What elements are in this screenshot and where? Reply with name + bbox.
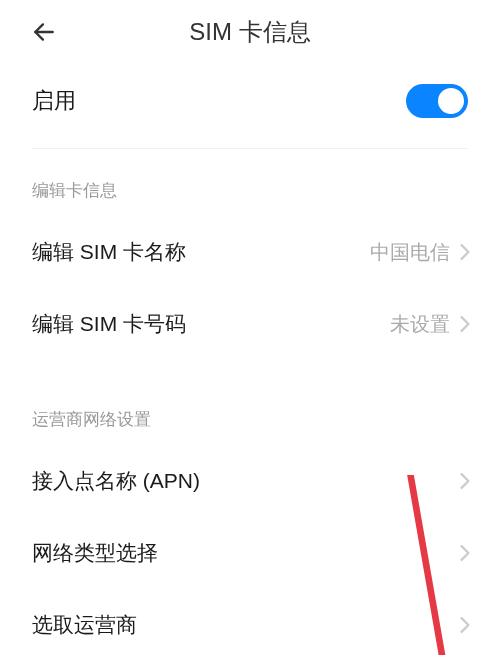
row-right bbox=[458, 546, 472, 560]
select-carrier-row[interactable]: 选取运营商 bbox=[0, 589, 500, 639]
chevron-right-icon bbox=[458, 618, 472, 632]
row-label: 网络类型选择 bbox=[32, 539, 158, 567]
enable-label: 启用 bbox=[32, 86, 76, 116]
row-right bbox=[458, 474, 472, 488]
edit-sim-name-row[interactable]: 编辑 SIM 卡名称 中国电信 bbox=[0, 216, 500, 288]
row-right: 未设置 bbox=[390, 311, 472, 338]
chevron-right-icon bbox=[458, 474, 472, 488]
toggle-knob bbox=[438, 88, 464, 114]
row-label: 选取运营商 bbox=[32, 611, 137, 639]
row-right bbox=[458, 618, 472, 632]
page-title: SIM 卡信息 bbox=[189, 16, 310, 48]
apn-row[interactable]: 接入点名称 (APN) bbox=[0, 445, 500, 517]
network-type-row[interactable]: 网络类型选择 bbox=[0, 517, 500, 589]
row-label: 编辑 SIM 卡号码 bbox=[32, 310, 186, 338]
back-arrow-icon[interactable] bbox=[30, 18, 58, 46]
edit-sim-number-row[interactable]: 编辑 SIM 卡号码 未设置 bbox=[0, 288, 500, 360]
section-header-network: 运营商网络设置 bbox=[0, 360, 500, 445]
section-header-edit: 编辑卡信息 bbox=[0, 149, 500, 216]
enable-toggle[interactable] bbox=[406, 84, 468, 118]
header-bar: SIM 卡信息 bbox=[0, 0, 500, 64]
chevron-right-icon bbox=[458, 245, 472, 259]
chevron-right-icon bbox=[458, 546, 472, 560]
row-value: 中国电信 bbox=[370, 239, 450, 266]
row-value: 未设置 bbox=[390, 311, 450, 338]
chevron-right-icon bbox=[458, 317, 472, 331]
row-label: 编辑 SIM 卡名称 bbox=[32, 238, 186, 266]
row-right: 中国电信 bbox=[370, 239, 472, 266]
enable-row[interactable]: 启用 bbox=[0, 64, 500, 138]
row-label: 接入点名称 (APN) bbox=[32, 467, 200, 495]
